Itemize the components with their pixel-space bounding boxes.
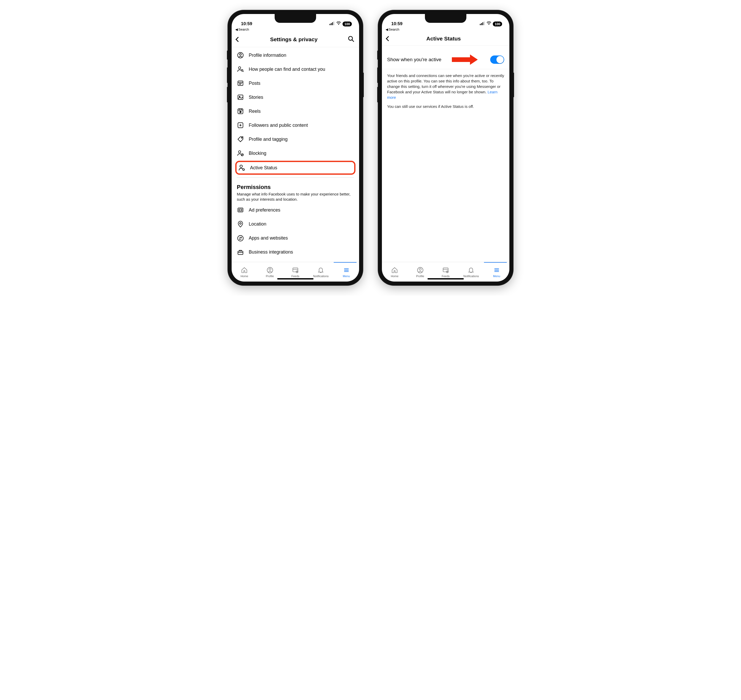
annotation-arrow (452, 54, 478, 65)
description-text-2: You can still use our services if Active… (387, 104, 504, 109)
svg-point-8 (240, 53, 242, 55)
menu-item-profile-tagging[interactable]: Profile and tagging (232, 132, 359, 146)
wifi-icon (336, 21, 341, 26)
back-button[interactable] (236, 38, 240, 41)
tab-menu[interactable]: Menu (484, 267, 509, 278)
svg-point-33 (240, 222, 242, 224)
menu-item-business-integrations[interactable]: Business integrations (232, 245, 359, 259)
svg-rect-47 (480, 24, 481, 25)
svg-rect-2 (332, 22, 333, 25)
active-status-content: Show when you're active Your friends and… (382, 46, 509, 262)
svg-point-4 (338, 24, 339, 25)
page-title: Active Status (390, 35, 497, 42)
svg-point-10 (241, 69, 243, 71)
notch (425, 14, 467, 23)
home-icon (241, 267, 248, 274)
battery-level: 100 (493, 22, 502, 26)
menu-item-label: Ad preferences (249, 207, 280, 213)
profile-icon (417, 267, 424, 274)
phone-frame-right: 10:59 100 ◀ Search Active Status Show wh (378, 10, 513, 285)
tab-notifications[interactable]: Notifications (308, 267, 333, 278)
swap-icon (237, 235, 244, 242)
menu-item-label: Profile information (249, 53, 286, 58)
menu-item-ad-preferences[interactable]: Ad preferences (232, 203, 359, 217)
bell-icon (317, 267, 324, 274)
tab-home[interactable]: Home (382, 267, 407, 278)
menu-item-label: Active Status (250, 165, 277, 171)
menu-item-posts[interactable]: Posts (232, 76, 359, 90)
phone-frame-left: 10:59 100 ◀ Search Settings & privacy (228, 10, 363, 285)
home-indicator[interactable] (427, 278, 464, 279)
tab-feeds[interactable]: Feeds (283, 267, 308, 278)
monitor-icon (237, 207, 244, 214)
menu-item-label: Stories (249, 95, 263, 100)
back-button[interactable] (387, 37, 390, 40)
svg-point-53 (419, 268, 421, 270)
svg-rect-48 (481, 23, 482, 25)
svg-rect-35 (238, 251, 243, 254)
svg-point-29 (240, 165, 242, 168)
bell-icon (468, 267, 474, 274)
menu-item-active-status[interactable]: Active Status (235, 161, 355, 175)
settings-list: Profile information How people can find … (232, 47, 359, 262)
wifi-icon (487, 21, 491, 26)
person-status-icon (238, 164, 245, 171)
notch (274, 14, 316, 23)
svg-point-51 (489, 24, 489, 25)
profile-icon (267, 267, 273, 274)
section-description: Manage what info Facebook uses to make y… (237, 191, 354, 202)
menu-item-label: How people can find and contact you (249, 67, 325, 72)
active-status-toggle[interactable] (490, 56, 504, 64)
page-title: Settings & privacy (240, 36, 348, 43)
svg-line-11 (243, 71, 244, 72)
svg-point-34 (238, 235, 243, 241)
tab-menu[interactable]: Menu (334, 267, 359, 278)
svg-rect-1 (331, 23, 332, 25)
tab-indicator (484, 262, 507, 263)
back-to-search-breadcrumb[interactable]: ◀ Search (232, 27, 359, 33)
menu-item-location[interactable]: Location (232, 217, 359, 231)
tab-feeds[interactable]: Feeds (433, 267, 458, 278)
svg-point-9 (238, 67, 241, 69)
header-bar: Active Status (382, 33, 509, 46)
menu-item-find-contact[interactable]: How people can find and contact you (232, 62, 359, 76)
person-search-icon (237, 66, 244, 73)
home-indicator[interactable] (277, 278, 314, 279)
tab-notifications[interactable]: Notifications (458, 267, 484, 278)
cellular-icon (480, 21, 485, 26)
svg-point-26 (238, 151, 241, 153)
triangle-back-icon: ◀ (386, 28, 388, 31)
menu-item-label: Followers and public content (249, 123, 308, 128)
home-icon (391, 267, 398, 274)
menu-item-apps-websites[interactable]: Apps and websites (232, 231, 359, 245)
menu-item-label: Posts (249, 81, 260, 86)
person-circle-icon (237, 51, 244, 59)
menu-item-blocking[interactable]: Blocking (232, 146, 359, 160)
divider (237, 177, 354, 178)
description-block: Your friends and connections can see whe… (382, 69, 509, 116)
svg-point-5 (348, 36, 352, 40)
svg-rect-49 (483, 22, 483, 25)
back-to-search-breadcrumb[interactable]: ◀ Search (382, 27, 509, 33)
battery-level: 100 (342, 22, 352, 26)
menu-item-followers[interactable]: Followers and public content (232, 118, 359, 132)
search-button[interactable] (348, 35, 354, 43)
menu-item-profile-info[interactable]: Profile information (232, 48, 359, 62)
person-block-icon (237, 150, 244, 157)
menu-item-reels[interactable]: Reels (232, 104, 359, 118)
status-time: 10:59 (241, 21, 252, 26)
tab-profile[interactable]: Profile (257, 267, 282, 278)
tab-indicator (334, 262, 357, 263)
svg-point-25 (242, 137, 242, 138)
menu-item-stories[interactable]: Stories (232, 90, 359, 104)
section-header-permissions: Permissions Manage what info Facebook us… (232, 180, 359, 203)
status-time: 10:59 (391, 21, 402, 26)
menu-item-label: Profile and tagging (249, 137, 288, 142)
tab-home[interactable]: Home (232, 267, 257, 278)
header-bar: Settings & privacy (232, 33, 359, 47)
svg-line-6 (352, 40, 354, 42)
menu-item-label: Business integrations (249, 249, 293, 255)
tab-profile[interactable]: Profile (407, 267, 433, 278)
svg-line-58 (447, 272, 448, 272)
svg-rect-39 (293, 268, 298, 272)
